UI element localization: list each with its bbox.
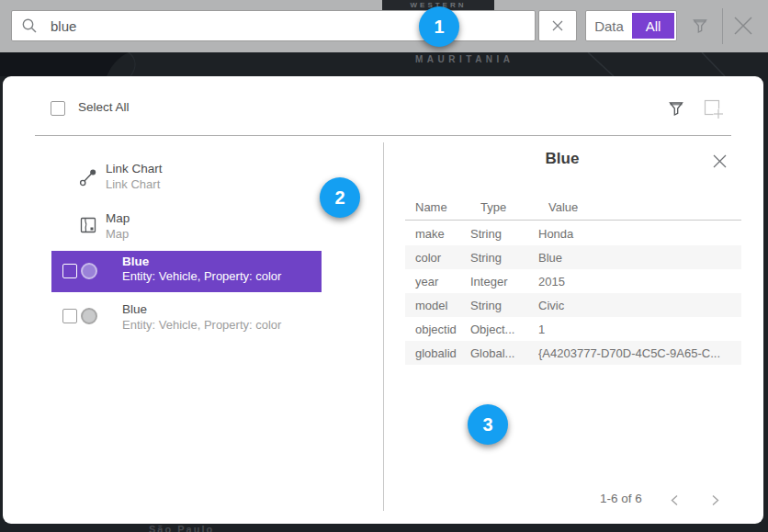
result-item-subtitle: Entity: Vehicle, Property: color [122,318,281,332]
search-results-panel: Select All Link Chart Link Chart Map Map [3,76,763,524]
cell-value: Civic [538,299,741,312]
chevron-right-icon[interactable] [711,494,719,506]
cell-name: objectid [405,323,470,336]
result-item-subtitle: Map [106,227,129,241]
close-icon[interactable] [731,14,755,38]
entity-icon [81,263,97,279]
cell-name: year [405,275,470,289]
cell-value: Honda [538,227,741,241]
results-divider [35,135,731,136]
result-checkbox[interactable] [62,264,77,278]
table-row: globalid Global... {A4203777-D70D-4C5C-9… [405,341,741,365]
map-label-mauritania: MAURITANIA [415,54,514,64]
cell-name: model [405,299,470,312]
entity-icon [81,308,97,324]
app-window: MAURITANIA São Paulo WESTERN Data All [0,0,768,532]
table-row: color String Blue [405,245,741,269]
table-row: make String Honda [405,221,741,245]
add-selection-icon[interactable] [703,98,725,120]
map-ocean-shape [0,52,129,76]
search-icon [21,17,38,34]
result-item-blue[interactable]: Blue [122,302,147,316]
map-border-line [702,52,725,76]
scope-toggle: Data All [585,10,677,41]
callout-1: 1 [419,6,459,47]
attribute-table: make String Honda color String Blue year… [405,221,741,365]
cell-name: make [405,227,470,241]
map-icon [80,217,96,233]
cell-value: 1 [538,323,741,336]
cell-type: Integer [470,275,538,289]
link-chart-icon [79,168,97,187]
result-subtitle: Entity: Vehicle, Property: color [122,269,281,283]
table-row: model String Civic [405,293,741,317]
callout-3: 3 [468,404,508,445]
result-item-blue-selected[interactable]: Blue Entity: Vehicle, Property: color [51,251,322,292]
cell-value: Blue [538,251,741,265]
column-header-name: Name [415,200,447,214]
column-header-value: Value [548,200,578,214]
clear-icon [552,20,563,31]
cell-name: globalid [405,346,470,360]
result-item-map[interactable]: Map [106,211,130,225]
clear-search-button[interactable] [538,10,577,41]
callout-2: 2 [320,177,360,218]
details-title: Blue [383,150,741,168]
table-row: objectid Object... 1 [405,317,741,341]
cell-type: String [470,251,538,265]
cell-value: {A4203777-D70D-4C5C-9A65-C... [538,346,741,360]
table-row: year Integer 2015 [405,269,741,293]
result-checkbox[interactable] [62,309,77,323]
cell-name: color [405,251,470,265]
scope-toggle-all[interactable]: All [632,13,674,39]
panel-filter-icon[interactable] [667,99,685,118]
cell-type: String [470,299,538,312]
scope-toggle-data[interactable]: Data [586,18,632,34]
chevron-left-icon[interactable] [671,494,679,506]
pagination-label: 1-6 of 6 [600,492,642,505]
filter-icon[interactable] [691,17,709,35]
panel-divider [383,142,384,511]
column-header-type: Type [480,200,506,214]
cell-type: String [470,227,538,241]
select-all-checkbox[interactable] [51,101,65,116]
search-toolbar: WESTERN Data All [0,0,768,52]
result-title: Blue [122,255,149,268]
toolbar-divider [722,8,723,44]
result-item-subtitle: Link Chart [106,177,160,191]
map-label-bottom: São Paulo [149,524,214,532]
map-border-line [588,52,614,76]
cell-value: 2015 [538,275,741,289]
details-close-icon[interactable] [712,153,728,169]
map-coast-line [129,52,135,76]
cell-type: Global... [470,346,538,360]
result-item-link-chart[interactable]: Link Chart [106,162,163,175]
table-header-divider [405,220,741,221]
cell-type: Object... [470,323,538,336]
select-all-label: Select All [78,100,130,114]
